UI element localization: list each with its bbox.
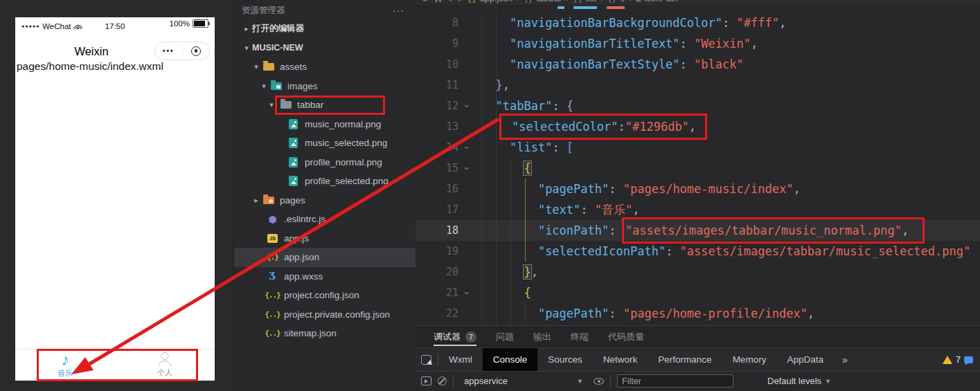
code-line-21[interactable]: 21› { (416, 282, 980, 303)
warning-icon[interactable] (943, 356, 952, 364)
line-number: 21 (416, 287, 458, 299)
console-sidebar-icon[interactable] (421, 376, 431, 385)
breadcrumb-item[interactable]: iconPath (644, 0, 678, 3)
fold-arrow-icon[interactable]: › (458, 162, 475, 174)
tree-item-sitemap.json[interactable]: {..}sitemap.json (234, 324, 416, 343)
chevron-down-icon[interactable]: ▾ (251, 62, 262, 71)
breadcrumb-separator: › (629, 0, 632, 3)
close-target-icon[interactable] (183, 46, 210, 56)
devtools-tab-Performance[interactable]: Performance (648, 348, 722, 371)
tree-section-打开的编辑器[interactable]: ▸打开的编辑器 (234, 19, 416, 39)
code-line-19[interactable]: 19 "selectedIconPath": "assets/images/ta… (416, 241, 980, 262)
tree-item-tabbar[interactable]: ▾tabbar (234, 96, 416, 115)
code-line-22[interactable]: 22 "pagePath": "pages/home-profile/index… (416, 303, 980, 324)
code-line-16[interactable]: 16 "pagePath": "pages/home-music/index", (416, 179, 980, 199)
devtools-tab-Sources[interactable]: Sources (537, 348, 593, 371)
code-line-15[interactable]: 15› { (416, 158, 980, 179)
devtools-tab-Wxml[interactable]: Wxml (438, 348, 483, 371)
tree-item-profile_normal.png[interactable]: profile_normal.png (234, 153, 416, 172)
chevron-down-icon[interactable]: ▾ (258, 82, 269, 91)
capsule-button[interactable]: ••• (154, 42, 210, 60)
token: : (580, 203, 594, 217)
token: { (567, 99, 573, 113)
panel-tab-label: 调试器 (434, 331, 461, 343)
back-icon[interactable]: ‹ (449, 0, 452, 4)
breadcrumb: ≡W‹›{}app.json›{}tabBar›[]list›{}0›▣icon… (416, 0, 980, 6)
devtools-tab-bar: WxmlConsoleSourcesNetworkPerformanceMemo… (416, 348, 980, 372)
fold-arrow-icon[interactable]: › (458, 100, 475, 112)
token: , (793, 182, 800, 196)
tree-item-project.private.config.json[interactable]: {..}project.private.config.json (234, 305, 416, 325)
code-area[interactable]: 8 "navigationBarBackgroundColor": "#fff"… (416, 12, 980, 324)
breadcrumb-item[interactable]: app.json (480, 0, 513, 3)
console-filter-input[interactable] (617, 374, 733, 388)
tree-item-music_selected.png[interactable]: music_selected.png (234, 134, 416, 153)
code-line-13[interactable]: 13 "selectedColor":"#1296db", (416, 116, 980, 137)
tree-item-assets[interactable]: ▾assets (234, 57, 416, 77)
tree-item-profile_selected.png[interactable]: profile_selected.png (234, 172, 416, 191)
tree-item-project.config.json[interactable]: {..}project.config.json (234, 286, 416, 305)
token: , (902, 224, 909, 237)
code-editor[interactable]: ≡W‹›{}app.json›{}tabBar›[]list›{}0›▣icon… (416, 0, 980, 325)
devtools-tab-Console[interactable]: Console (483, 348, 538, 371)
token: : (680, 37, 694, 51)
panel-tab-终端[interactable]: 终端 (571, 326, 589, 347)
more-dots-icon[interactable]: ••• (155, 47, 182, 55)
fold-arrow-icon[interactable]: › (458, 287, 475, 299)
breadcrumb-item[interactable]: tabBar (537, 0, 562, 3)
chevron-right-icon[interactable]: ▸ (241, 24, 252, 33)
tree-item-.eslintrc.js[interactable]: ⬢.eslintrc.js (234, 210, 416, 229)
tree-item-label: profile_selected.png (305, 176, 389, 186)
code-line-10[interactable]: 10 "navigationBarTextStyle": "black" (416, 54, 980, 75)
live-expression-icon[interactable] (594, 378, 604, 385)
tree-item-app.wxss[interactable]: Ʒapp.wxss (234, 267, 416, 287)
code-line-18[interactable]: 18 "iconPath": "assets/images/tabbar/mus… (416, 220, 980, 241)
token: : (666, 244, 679, 258)
devtools-tab-Memory[interactable]: Memory (722, 348, 777, 371)
code-text: "navigationBarTextStyle": "black" (475, 54, 744, 75)
devtools-tab-AppData[interactable]: AppData (776, 348, 834, 371)
code-line-20[interactable]: 20 }, (416, 262, 980, 282)
breadcrumb-item[interactable]: list (586, 0, 596, 3)
tree-item-pages[interactable]: ▸pages (234, 191, 416, 210)
panel-tab-label: 输出 (533, 331, 551, 343)
explorer-more-button[interactable]: ··· (393, 0, 404, 21)
log-levels-dropdown[interactable]: Default levels ▼ (767, 376, 831, 386)
more-tabs-chevron-icon[interactable]: » (834, 348, 856, 371)
token: : (609, 224, 623, 237)
warning-count[interactable]: 7 (956, 355, 961, 365)
breadcrumb-item[interactable]: 0 (620, 0, 625, 3)
code-line-8[interactable]: 8 "navigationBarBackgroundColor": "#fff"… (416, 12, 980, 33)
breadcrumb-separator: › (517, 0, 519, 3)
token: : (618, 120, 625, 134)
forward-icon[interactable]: › (458, 0, 461, 4)
tree-item-app.json[interactable]: {.}app.json (234, 248, 416, 267)
tree-item-music_normal.png[interactable]: music_normal.png (234, 115, 416, 134)
chevron-right-icon[interactable]: ▸ (251, 196, 262, 205)
tree-item-label: project.private.config.json (284, 309, 390, 320)
tree-section-MUSIC-NEW[interactable]: ▾MUSIC-NEW (234, 39, 416, 58)
token: : (552, 99, 566, 113)
code-line-9[interactable]: 9 "navigationBarTitleText": "Weixin", (416, 33, 980, 54)
panel-tab-问题[interactable]: 问题 (496, 326, 514, 347)
token: "#fff" (736, 16, 778, 30)
breadcrumb-glyph: {} (524, 0, 533, 3)
code-line-11[interactable]: 11 }, (416, 75, 980, 96)
clear-console-icon[interactable] (438, 376, 447, 385)
console-context-dropdown[interactable]: appservice ▼ (460, 376, 587, 386)
inspect-element-icon[interactable] (421, 355, 431, 365)
tree-item-app.js[interactable]: JSapp.js (234, 229, 416, 248)
token: { (524, 286, 531, 300)
chevron-down-icon[interactable]: ▾ (241, 44, 252, 53)
tree-item-label: app.js (284, 233, 309, 244)
code-line-14[interactable]: 14› "list": [ (416, 137, 980, 158)
explorer-title: 资源管理器 (242, 6, 285, 15)
fold-arrow-icon[interactable]: › (458, 141, 475, 154)
panel-tab-代码质量[interactable]: 代码质量 (608, 326, 644, 347)
panel-tab-输出[interactable]: 输出 (533, 326, 551, 347)
tree-item-images[interactable]: ▾images (234, 77, 416, 96)
devtools-tab-Network[interactable]: Network (593, 348, 648, 371)
issues-icon[interactable] (964, 356, 973, 363)
panel-tab-调试器[interactable]: 调试器7 (434, 326, 476, 347)
code-text: "iconPath": "assets/images/tabbar/music_… (475, 218, 911, 243)
